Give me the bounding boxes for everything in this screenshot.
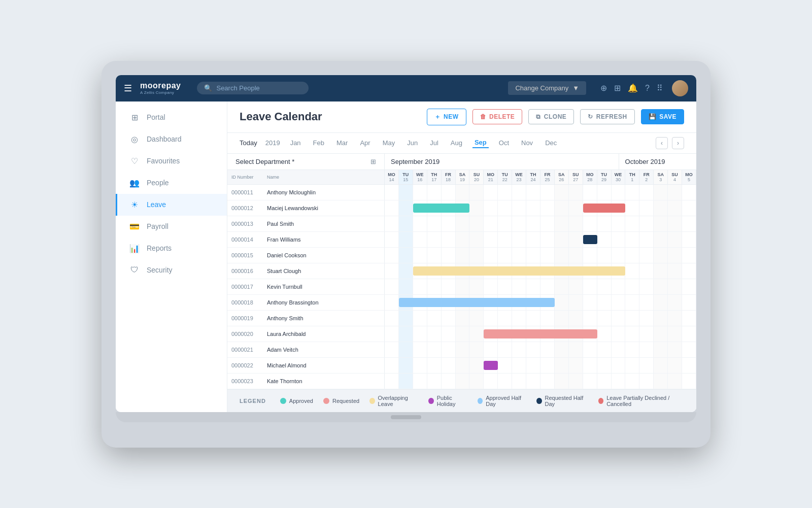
row-cell (682, 279, 696, 294)
new-button[interactable]: ＋ NEW (427, 109, 466, 125)
leave-bar (413, 266, 626, 276)
save-button[interactable]: 💾 SAVE (641, 109, 684, 124)
table-row: 0000020 Laura Archibald (227, 326, 696, 342)
row-cell (625, 279, 639, 294)
nav-month-jul[interactable]: Jul (428, 138, 441, 148)
legend-requested-half: Requested Half Day (536, 395, 588, 407)
leave-bar (413, 204, 470, 213)
hamburger-icon[interactable]: ☰ (124, 83, 132, 94)
nav-month-mar[interactable]: Mar (334, 138, 350, 148)
row-cell (442, 185, 456, 200)
nav-month-jun[interactable]: Jun (405, 138, 420, 148)
row-cell (413, 342, 427, 357)
row-cell (484, 374, 498, 389)
row-cell (385, 232, 399, 247)
plus-square-icon[interactable]: ⊞ (614, 83, 621, 93)
row-cell (484, 216, 498, 231)
sidebar-item-favourites[interactable]: ♡ Favourites (116, 150, 227, 172)
row-cell (512, 185, 526, 200)
row-cell (399, 279, 413, 294)
row-cells (385, 248, 696, 263)
refresh-button[interactable]: ↻ REFRESH (580, 109, 634, 124)
sidebar-item-payroll[interactable]: 💳 Payroll (116, 216, 227, 238)
row-cell (484, 232, 498, 247)
row-cell (385, 200, 399, 216)
row-cell (484, 342, 498, 357)
leave-bar (484, 329, 597, 338)
nav-month-dec[interactable]: Dec (543, 138, 559, 148)
sidebar-item-label: Favourites (147, 157, 180, 165)
legend-overlapping-label: Overlapping Leave (378, 395, 419, 407)
row-cell (654, 374, 668, 389)
sidebar-item-security[interactable]: 🛡 Security (116, 259, 227, 281)
bell-icon[interactable]: 🔔 (628, 83, 638, 93)
department-selector[interactable]: Select Department *⊞ (227, 154, 385, 170)
sidebar-item-reports[interactable]: 📊 Reports (116, 238, 227, 259)
leave-bar (484, 361, 498, 370)
row-cell (540, 279, 555, 294)
row-cell (469, 326, 484, 342)
row-cell (413, 326, 427, 342)
row-cell (526, 185, 540, 200)
delete-button[interactable]: 🗑 DELETE (472, 109, 523, 124)
dept-label: Select Department * (235, 158, 294, 165)
row-cell (654, 279, 668, 294)
nav-month-sep[interactable]: Sep (472, 138, 489, 148)
compass-icon[interactable]: ⊕ (600, 83, 607, 93)
row-cell (654, 358, 668, 373)
nav-month-nov[interactable]: Nov (519, 138, 535, 148)
row-id: 0000016 (231, 268, 267, 274)
plus-icon: ＋ (434, 113, 441, 121)
row-cell (526, 311, 540, 326)
row-cell (385, 358, 399, 373)
row-cell (612, 248, 626, 263)
sidebar-item-leave[interactable]: ☀ Leave (116, 194, 227, 216)
next-arrow[interactable]: › (672, 137, 684, 149)
sidebar-item-portal[interactable]: ⊞ Portal (116, 107, 227, 128)
grid-icon[interactable]: ⠿ (657, 83, 663, 93)
search-bar[interactable]: 🔍 (197, 82, 309, 94)
sidebar-item-people[interactable]: 👥 People (116, 172, 227, 194)
row-cell (555, 248, 569, 263)
legend-requested: Requested (323, 398, 359, 404)
row-cell (583, 248, 597, 263)
logo-text: moorepay (140, 81, 181, 90)
row-id: 0000015 (231, 252, 267, 258)
row-cell (498, 216, 512, 231)
row-cell (385, 326, 399, 342)
row-cell (555, 374, 569, 389)
row-cell (555, 200, 569, 216)
row-name: Anthony Brassington (267, 299, 319, 306)
question-icon[interactable]: ? (645, 84, 650, 93)
row-cell (625, 248, 639, 263)
legend-requested-label: Requested (332, 398, 359, 404)
today-button[interactable]: Today (240, 139, 257, 147)
nav-month-may[interactable]: May (381, 138, 397, 148)
sidebar-item-dashboard[interactable]: ◎ Dashboard (116, 128, 227, 150)
requested-half-dot (536, 398, 542, 404)
row-cell (399, 185, 413, 200)
prev-arrow[interactable]: ‹ (656, 137, 668, 149)
row-cell (612, 326, 626, 342)
row-cell (442, 342, 456, 357)
row-info: 0000012 Maciej Lewandowski (227, 200, 385, 216)
nav-month-jan[interactable]: Jan (288, 138, 303, 148)
row-cell (399, 232, 413, 247)
nav-month-oct[interactable]: Oct (497, 138, 511, 148)
row-name: Michael Almond (267, 362, 307, 368)
sidebar-item-label: Portal (147, 113, 165, 121)
row-name: Paul Smith (267, 221, 294, 227)
nav-month-aug[interactable]: Aug (449, 138, 464, 148)
avatar[interactable] (672, 80, 688, 96)
legend-public-holiday-label: Public Holiday (437, 395, 467, 407)
row-cell (597, 279, 612, 294)
clone-button[interactable]: ⧉ CLONE (528, 109, 574, 124)
row-cell (555, 185, 569, 200)
nav-month-apr[interactable]: Apr (358, 138, 372, 148)
nav-month-feb[interactable]: Feb (311, 138, 326, 148)
company-selector[interactable]: Change Company ▼ (508, 81, 586, 95)
row-cell (399, 326, 413, 342)
row-cell (540, 374, 555, 389)
row-cell (456, 326, 470, 342)
search-input[interactable] (216, 84, 297, 92)
